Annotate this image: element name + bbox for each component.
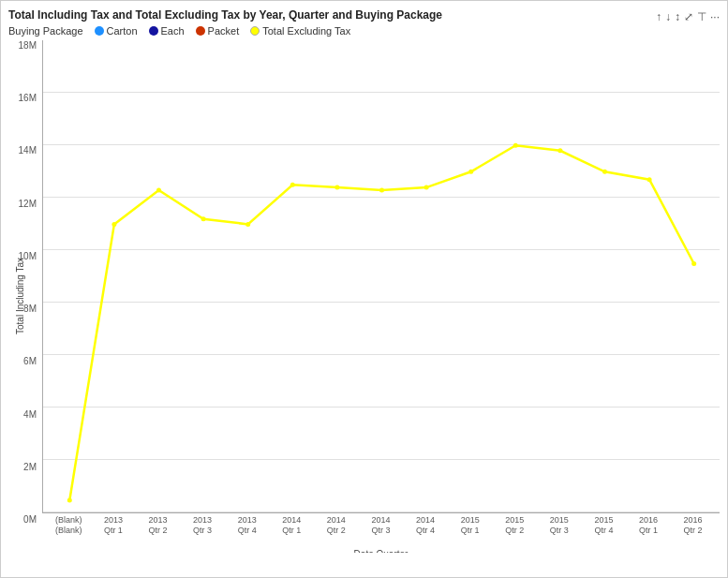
y-tick: 18M: [8, 40, 37, 51]
sort-desc-icon[interactable]: ↓: [665, 10, 671, 23]
x-tick: 2015Qtr 3: [539, 515, 581, 536]
y-tick: 2M: [8, 462, 37, 472]
bars-area: [43, 40, 720, 512]
carton-label: Carton: [107, 25, 138, 37]
packet-dot: [196, 26, 205, 36]
chart-area: Total Including Tax 0M2M4M6M8M10M12M14M1…: [8, 40, 720, 553]
y-tick: 16M: [8, 93, 37, 103]
expand-icon[interactable]: ⤢: [684, 10, 693, 23]
y-tick: 14M: [8, 145, 37, 156]
legend-packet: Packet: [196, 25, 240, 37]
y-tick: 0M: [8, 514, 37, 525]
x-tick: 2014Qtr 2: [316, 515, 358, 536]
sort-both-icon[interactable]: ↕: [675, 10, 680, 23]
y-tick: 6M: [8, 356, 37, 366]
x-tick: 2013Qtr 4: [226, 515, 268, 536]
x-tick: (Blank)(Blank): [48, 515, 90, 536]
y-axis-label: Total Including Tax: [15, 259, 25, 334]
x-tick: 2014Qtr 4: [405, 515, 447, 536]
each-label: Each: [161, 25, 185, 37]
y-axis: Total Including Tax 0M2M4M6M8M10M12M14M1…: [8, 40, 42, 553]
x-tick: 2013Qtr 3: [182, 515, 224, 536]
x-tick: 2015Qtr 2: [494, 515, 536, 536]
carton-dot: [95, 26, 104, 36]
x-tick: 2015Qtr 4: [583, 515, 625, 536]
packet-label: Packet: [208, 25, 240, 37]
total-excl-tax-label: Total Excluding Tax: [262, 25, 350, 37]
chart-icons: ↑ ↓ ↕ ⤢ ⊤ ···: [656, 10, 720, 23]
legend-carton: Carton: [95, 25, 138, 37]
x-tick: 2016Qtr 2: [672, 515, 714, 536]
x-tick: 2014Qtr 1: [271, 515, 313, 536]
x-tick: 2015Qtr 1: [449, 515, 491, 536]
plot-inner: [42, 40, 720, 513]
x-tick: 2016Qtr 1: [628, 515, 670, 536]
y-tick: 4M: [8, 409, 37, 420]
chart-title: Total Including Tax and Total Excluding …: [8, 8, 442, 23]
chart-header: Total Including Tax and Total Excluding …: [8, 8, 720, 23]
legend-each: Each: [149, 25, 185, 37]
x-tick: 2013Qtr 2: [137, 515, 179, 536]
more-icon[interactable]: ···: [710, 10, 720, 23]
y-tick: 12M: [8, 199, 37, 209]
total-excl-tax-dot: [250, 26, 260, 36]
chart-container: Total Including Tax and Total Excluding …: [0, 0, 728, 578]
each-dot: [149, 26, 158, 36]
x-tick: 2013Qtr 1: [93, 515, 135, 536]
legend-total-excl-tax: Total Excluding Tax: [250, 25, 350, 37]
buying-package-label: Buying Package: [8, 25, 83, 37]
x-axis-label: Date Quarter: [42, 549, 720, 553]
sort-asc-icon[interactable]: ↑: [656, 10, 661, 23]
legend: Buying Package Carton Each Packet Total …: [8, 25, 720, 37]
x-tick: 2014Qtr 3: [360, 515, 402, 536]
x-axis: (Blank)(Blank)2013Qtr 12013Qtr 22013Qtr …: [42, 513, 720, 549]
filter-icon[interactable]: ⊤: [697, 10, 706, 23]
chart-plot: (Blank)(Blank)2013Qtr 12013Qtr 22013Qtr …: [42, 40, 720, 553]
